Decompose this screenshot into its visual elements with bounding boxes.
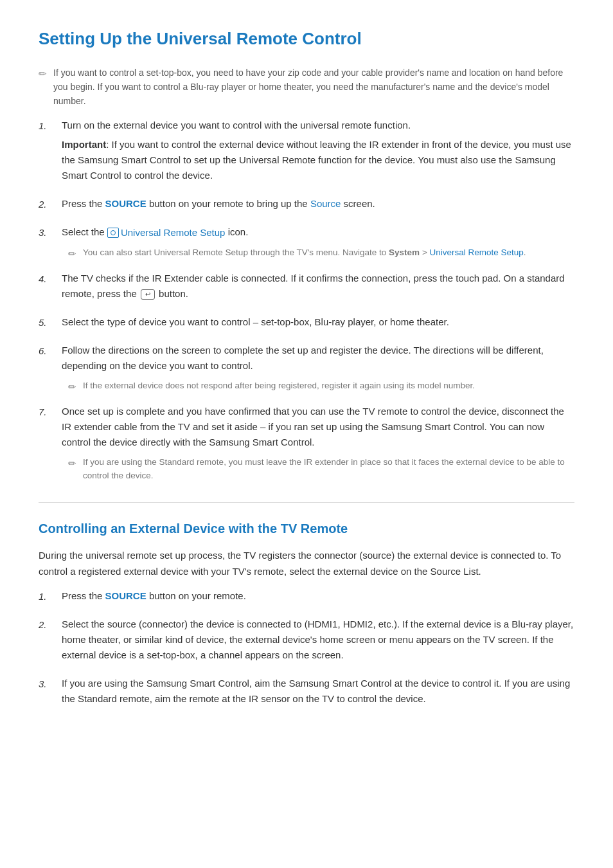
step-1-content: Turn on the external device you want to … [62, 118, 574, 187]
system-label: System [389, 248, 420, 257]
step-6-num: 6. [39, 343, 53, 359]
s2-source-link[interactable]: SOURCE [105, 590, 147, 601]
pencil-icon-7: ✏ [68, 456, 76, 471]
step-1-text: Turn on the external device you want to … [62, 118, 574, 133]
step-3-content: Select the Universal Remote Setup icon. … [62, 224, 574, 262]
step-3-text: Select the Universal Remote Setup icon. [62, 224, 574, 240]
step-4: 4. The TV checks if the IR Extender cabl… [39, 271, 574, 305]
step-6-content: Follow the directions on the screen to c… [62, 343, 574, 395]
steps-list-section1: 1. Turn on the external device you want … [39, 118, 574, 483]
step-3-subnote: ✏ You can also start Universal Remote Se… [68, 246, 574, 262]
step-5-content: Select the type of device you want to co… [62, 314, 574, 334]
step-4-num: 4. [39, 271, 53, 287]
step-7: 7. Once set up is complete and you have … [39, 404, 574, 483]
step-5-num: 5. [39, 315, 53, 330]
step-3-num: 3. [39, 225, 53, 240]
step-6-subnote: ✏ If the external device does not respon… [68, 379, 574, 395]
s2-step-1-num: 1. [39, 589, 53, 604]
step-1-num: 1. [39, 118, 53, 134]
source-link-1[interactable]: SOURCE [105, 198, 147, 209]
pencil-icon-3: ✏ [68, 246, 76, 262]
prereq-note-text: If you want to control a set-top-box, yo… [53, 66, 574, 109]
step-4-text: The TV checks if the IR Extender cable i… [62, 271, 574, 302]
steps-list-section2: 1. Press the SOURCE button on your remot… [39, 588, 574, 710]
s2-step-3: 3. If you are using the Samsung Smart Co… [39, 676, 574, 710]
step-2: 2. Press the SOURCE button on your remot… [39, 196, 574, 215]
step-2-content: Press the SOURCE button on your remote t… [62, 196, 574, 215]
step-7-subnote: ✏ If you are using the Standard remote, … [68, 455, 574, 483]
step-6-text: Follow the directions on the screen to c… [62, 343, 574, 374]
section2-title: Controlling an External Device with the … [39, 518, 574, 539]
s2-step-1-content: Press the SOURCE button on your remote. [62, 588, 574, 608]
step-3-subnote-text: You can also start Universal Remote Setu… [83, 246, 574, 260]
important-label: Important [62, 139, 106, 150]
s2-step-2-num: 2. [39, 617, 53, 633]
prereq-note-list: ✏ If you want to control a set-top-box, … [39, 66, 574, 109]
return-button-icon: ↩ [141, 289, 155, 300]
step-7-text: Once set up is complete and you have con… [62, 404, 574, 450]
prereq-note-item: ✏ If you want to control a set-top-box, … [39, 66, 574, 109]
pencil-icon-6: ✏ [68, 379, 76, 395]
step-4-content: The TV checks if the IR Extender cable i… [62, 271, 574, 305]
step-6: 6. Follow the directions on the screen t… [39, 343, 574, 395]
universal-remote-setup-link[interactable]: Universal Remote Setup [121, 225, 226, 240]
universal-remote-setup-nav-link[interactable]: Universal Remote Setup [430, 248, 524, 257]
icon-box [107, 228, 119, 238]
page-title: Setting Up the Universal Remote Control [39, 26, 574, 53]
step-2-text: Press the SOURCE button on your remote t… [62, 196, 574, 212]
pencil-icon: ✏ [39, 66, 47, 82]
step-7-subnote-text: If you are using the Standard remote, yo… [83, 455, 574, 483]
s2-step-1: 1. Press the SOURCE button on your remot… [39, 588, 574, 608]
s2-step-3-num: 3. [39, 676, 53, 692]
step-5: 5. Select the type of device you want to… [39, 314, 574, 334]
source-link-2[interactable]: Source [310, 198, 341, 209]
s2-step-3-content: If you are using the Samsung Smart Contr… [62, 676, 574, 710]
s2-step-1-text: Press the SOURCE button on your remote. [62, 588, 574, 604]
section-divider [39, 502, 574, 503]
step-1: 1. Turn on the external device you want … [39, 118, 574, 187]
universal-remote-setup-icon: Universal Remote Setup [107, 225, 226, 240]
s2-step-3-text: If you are using the Samsung Smart Contr… [62, 676, 574, 707]
step-3: 3. Select the Universal Remote Setup ico… [39, 224, 574, 262]
s2-step-2-text: Select the source (connector) the device… [62, 617, 574, 663]
s2-step-2-content: Select the source (connector) the device… [62, 617, 574, 667]
step-5-text: Select the type of device you want to co… [62, 314, 574, 330]
step-6-subnote-text: If the external device does not respond … [83, 379, 574, 393]
section2-intro: During the universal remote set up proce… [39, 548, 574, 580]
step-2-num: 2. [39, 197, 53, 212]
s2-step-2: 2. Select the source (connector) the dev… [39, 617, 574, 667]
step-7-num: 7. [39, 404, 53, 420]
step-7-content: Once set up is complete and you have con… [62, 404, 574, 483]
step-1-important: Important: If you want to control the ex… [62, 137, 574, 183]
